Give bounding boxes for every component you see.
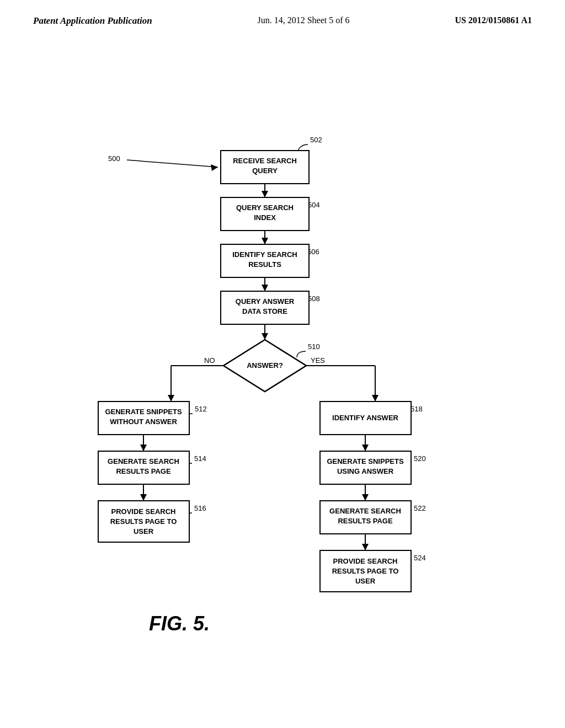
header-center: Jun. 14, 2012 Sheet 5 of 6 bbox=[257, 15, 349, 25]
header-left: Patent Application Publication bbox=[33, 15, 152, 26]
arrowhead-no-down bbox=[168, 395, 174, 402]
box-504-text2: INDEX bbox=[254, 213, 276, 222]
arrowhead-yes-down bbox=[372, 395, 379, 402]
ref-522: 522 bbox=[414, 504, 426, 512]
arrowhead-518-520 bbox=[362, 445, 369, 451]
ref-510: 510 bbox=[308, 342, 320, 351]
ref-520: 520 bbox=[414, 454, 426, 463]
ref-516: 516 bbox=[194, 504, 206, 512]
ref-512: 512 bbox=[195, 405, 207, 413]
ref-500-arrowhead bbox=[211, 164, 218, 171]
box-522-text2: RESULTS PAGE bbox=[338, 517, 393, 525]
ref-514: 514 bbox=[194, 454, 206, 463]
ref-510-line bbox=[297, 351, 306, 357]
box-502-text2: QUERY bbox=[252, 167, 278, 175]
arrowhead-506-508 bbox=[262, 285, 268, 291]
box-522-text: GENERATE SEARCH bbox=[329, 507, 401, 515]
ref-524: 524 bbox=[414, 554, 426, 562]
box-508-text: QUERY ANSWER bbox=[236, 297, 295, 306]
arrowhead-522-524 bbox=[362, 544, 369, 550]
ref-500: 500 bbox=[108, 154, 120, 163]
box-508-text2: DATA STORE bbox=[242, 307, 287, 315]
box-506-text2: RESULTS bbox=[248, 260, 281, 269]
box-502-text: RECEIVE SEARCH bbox=[233, 157, 297, 165]
box-516-text2: RESULTS PAGE TO bbox=[110, 517, 177, 526]
box-524-text: PROVIDE SEARCH bbox=[333, 557, 397, 565]
box-504-text: QUERY SEARCH bbox=[236, 204, 294, 212]
arrowhead-508-510 bbox=[262, 333, 268, 340]
arrowhead-504-506 bbox=[262, 238, 268, 244]
flowchart-svg: 502 RECEIVE SEARCH QUERY 504 QUERY SEARC… bbox=[0, 38, 565, 699]
arrowhead-512-514 bbox=[140, 445, 147, 451]
ref-504: 504 bbox=[308, 201, 320, 209]
page-header: Patent Application Publication Jun. 14, … bbox=[0, 0, 565, 32]
box-520-text2: USING ANSWER bbox=[337, 467, 394, 475]
box-518-text: IDENTIFY ANSWER bbox=[332, 414, 399, 422]
box-524-text2: RESULTS PAGE TO bbox=[332, 567, 399, 575]
figure-label: FIG. 5. bbox=[149, 612, 210, 635]
ref-518: 518 bbox=[411, 405, 423, 413]
box-512-text2: WITHOUT ANSWER bbox=[110, 417, 177, 426]
box-520-text: GENERATE SNIPPETS bbox=[327, 457, 404, 465]
flowchart-diagram: 502 RECEIVE SEARCH QUERY 504 QUERY SEARC… bbox=[0, 38, 565, 699]
box-512-text: GENERATE SNIPPETS bbox=[105, 408, 182, 416]
header-right: US 2012/0150861 A1 bbox=[455, 15, 532, 25]
ref-502: 502 bbox=[310, 136, 322, 144]
ref-508: 508 bbox=[308, 295, 320, 303]
box-514-text: GENERATE SEARCH bbox=[108, 457, 179, 465]
arrowhead-520-522 bbox=[362, 494, 369, 501]
box-506-text: IDENTIFY SEARCH bbox=[232, 250, 297, 259]
label-no: NO bbox=[204, 356, 215, 365]
label-yes: YES bbox=[311, 356, 325, 365]
diamond-510-text: ANSWER? bbox=[247, 361, 283, 370]
arrowhead-502-504 bbox=[262, 191, 268, 197]
arrowhead-514-516 bbox=[140, 494, 147, 501]
box-524-text3: USER bbox=[355, 577, 376, 585]
box-514-text2: RESULTS PAGE bbox=[116, 467, 171, 475]
ref-500-line bbox=[127, 160, 218, 167]
box-516-text: PROVIDE SEARCH bbox=[111, 507, 175, 516]
box-516-text3: USER bbox=[134, 527, 154, 536]
